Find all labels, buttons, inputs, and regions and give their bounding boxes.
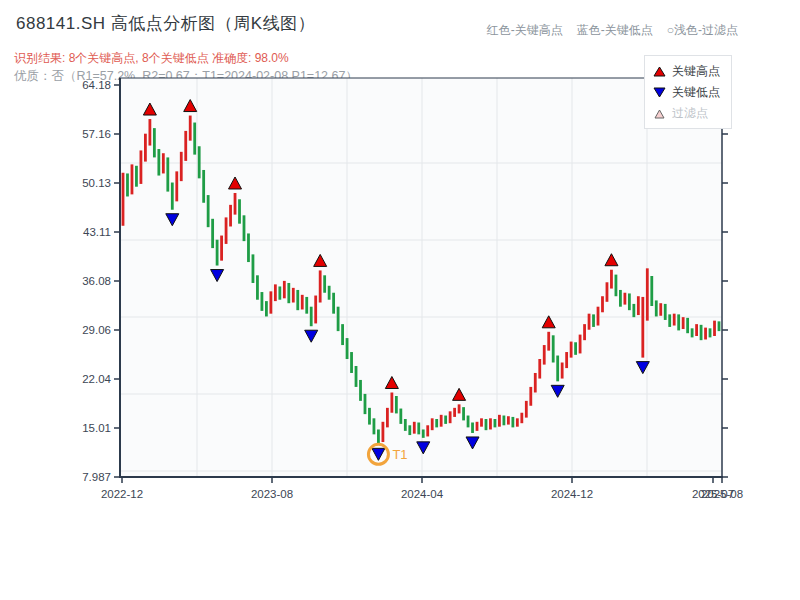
svg-text:43.11: 43.11	[83, 226, 111, 238]
svg-text:36.08: 36.08	[82, 275, 111, 287]
svg-text:29.06: 29.06	[82, 324, 111, 336]
svg-text:22.04: 22.04	[82, 373, 111, 385]
legend-item-key-low: 关键低点	[653, 82, 731, 103]
svg-text:2025-08: 2025-08	[701, 488, 743, 500]
legend-item-filtered: 过滤点	[653, 103, 731, 124]
legend-item-label: 关键低点	[672, 84, 720, 101]
x-axis: 2022-122023-082024-042024-122025-072025-…	[101, 477, 743, 500]
svg-text:7.987: 7.987	[82, 471, 111, 483]
kline-analysis-page: 688141.SH 高低点分析图（周K线图） 红色-关键高点蓝色-关键低点○浅色…	[0, 0, 800, 600]
svg-text:50.13: 50.13	[82, 177, 111, 189]
t1-label: T1	[392, 447, 407, 462]
svg-text:2024-04: 2024-04	[401, 488, 444, 500]
svg-text:15.01: 15.01	[82, 422, 111, 434]
svg-text:2022-12: 2022-12	[101, 488, 143, 500]
key-high-triangle-icon	[653, 66, 666, 77]
svg-text:2024-12: 2024-12	[551, 488, 593, 500]
legend-item-label: 过滤点	[672, 105, 708, 122]
key-low-triangle-icon	[653, 87, 666, 98]
plot-area: 64.1857.1650.1343.1136.0829.0622.0415.01…	[82, 78, 743, 500]
legend-item-label: 关键高点	[672, 63, 720, 80]
chart-legend: 关键高点 关键低点 过滤点	[644, 55, 732, 129]
filtered-triangle-icon	[653, 108, 666, 119]
svg-text:64.18: 64.18	[82, 79, 111, 91]
svg-text:2023-08: 2023-08	[251, 488, 293, 500]
svg-text:57.16: 57.16	[82, 128, 111, 140]
legend-item-key-high: 关键高点	[653, 61, 731, 82]
